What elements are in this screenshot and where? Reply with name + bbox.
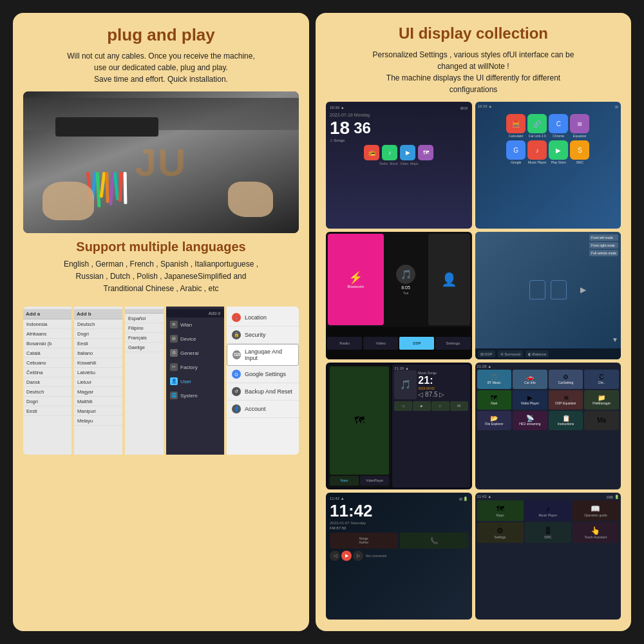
watermark: JU xyxy=(135,140,187,184)
screen-app-grid: 18:39 ▲ ⊞ 🧮 Calculator 🔗 Car Link 2.0 C … xyxy=(475,102,621,229)
ui-desc: Personalized Settings , various styles o… xyxy=(326,49,621,95)
nav-wlan[interactable]: ≋ Wlan xyxy=(166,317,224,332)
languages-section: Support multiple languages English , Ger… xyxy=(23,240,299,301)
lang-col-1: Add a Indonesia Afrikaans Bosanski (b Ca… xyxy=(23,307,71,455)
main-container: plug and play Will not cut any cables. O… xyxy=(6,6,638,638)
lang-col-2: Add b Deutsch Dogri Eesti Italiano Kiswa… xyxy=(74,307,122,455)
screen-clock-radio: 18:36 ▲ ⊞ ⊟ 2022-07-18 Monday 18 36 ♫ So… xyxy=(326,102,472,229)
lang-title: Support multiple languages xyxy=(23,240,299,254)
ui-title: UI display collection xyxy=(326,24,621,43)
nav-user[interactable]: 👤 User xyxy=(166,374,224,388)
screen-bluetooth: ⚡ Bluetooth 🎵 8:05 Tue 👤 Radio Video DSP… xyxy=(326,232,472,359)
settings-menu: 📍 Location 🔒 Security ⌨ Languqae And Inp… xyxy=(227,307,299,455)
ui-grid: 18:36 ▲ ⊞ ⊟ 2022-07-18 Monday 18 36 ♫ So… xyxy=(326,102,621,620)
menu-language-input[interactable]: ⌨ Languqae And Input xyxy=(227,344,299,366)
menu-account[interactable]: 👤 Account xyxy=(227,401,299,418)
screen-music-nav: 🗺 Navi VideoPlayer 21:26 ▲ 🎵 Music Songs… xyxy=(326,363,472,489)
plug-play-desc: Will not cut any cables. Once you receiv… xyxy=(23,50,299,85)
screen-app-list: 21:28 ▲ 🎵 BT Music 🚗 Car Info ⚙ CarSetti… xyxy=(475,363,621,489)
screen-clock2: 11:42 ▲ ⊞ 🔋 11:42 2023-01-07 Saturday FM… xyxy=(326,493,472,620)
menu-google-settings[interactable]: G Google Settings xyxy=(227,366,299,383)
left-panel: plug and play Will not cut any cables. O… xyxy=(13,13,309,631)
nav-device[interactable]: ⊞ Device xyxy=(166,332,224,346)
settings-nav: Add d ≋ Wlan ⊞ Device ⚙ General ✂ Factor… xyxy=(166,307,224,455)
right-panel: UI display collection Personalized Setti… xyxy=(316,13,631,631)
plug-play-title: plug and play xyxy=(23,24,299,46)
plug-image: JU xyxy=(23,91,299,233)
nav-general[interactable]: ⚙ General xyxy=(166,346,224,360)
nav-factory[interactable]: ✂ Factory xyxy=(166,360,224,374)
lang-desc: English , German , French , Spanish , It… xyxy=(23,258,299,296)
settings-mockup: Add a Indonesia Afrikaans Bosanski (b Ca… xyxy=(23,307,299,455)
screen-maps-apps: 11:42 ▲ ⊟⊞ 🔋 🗺 Maps ♪ Music Player 📖 Ope… xyxy=(475,493,621,620)
screen-dsp: ▶ Front left mode Front right mode Full … xyxy=(475,232,621,359)
menu-backup-reset[interactable]: ↺ Backup And Reset xyxy=(227,383,299,401)
menu-security[interactable]: 🔒 Security xyxy=(227,327,299,344)
lang-col-3: Español Filipino Français Gaeilge xyxy=(125,307,164,455)
plug-play-section: plug and play Will not cut any cables. O… xyxy=(23,24,299,85)
menu-location[interactable]: 📍 Location xyxy=(227,309,299,327)
nav-system[interactable]: 🌐 System xyxy=(166,388,224,402)
